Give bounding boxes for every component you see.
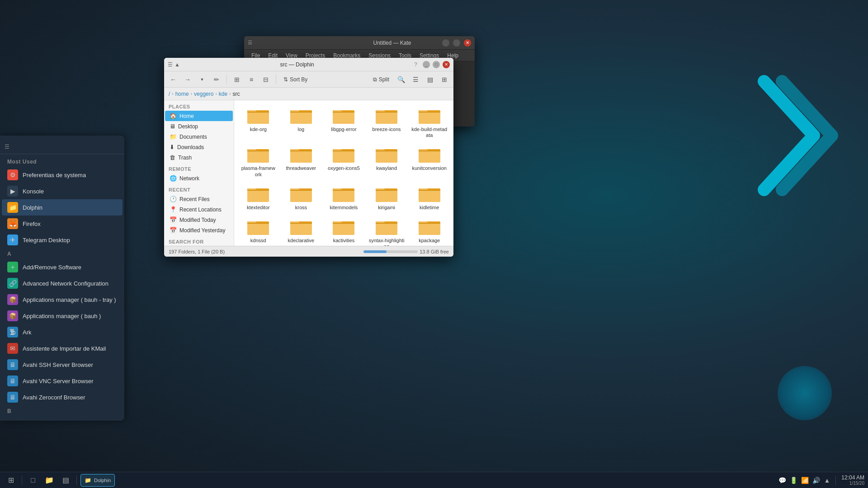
folder-item[interactable]: kitemmodels bbox=[323, 182, 364, 213]
launcher-item-dolphin[interactable]: 📁 Dolphin bbox=[2, 199, 123, 216]
launcher-item-add-remove[interactable]: + Add/Remove Software bbox=[2, 259, 123, 275]
folder-item[interactable]: kdnssd bbox=[238, 215, 279, 246]
breadcrumb-kde[interactable]: kde bbox=[219, 91, 227, 97]
dolphin-help-button[interactable]: ? bbox=[414, 61, 417, 68]
folder-label: kirigami bbox=[378, 205, 395, 211]
folder-item[interactable]: kpackage bbox=[409, 215, 450, 246]
folder-item[interactable]: kunitconversion bbox=[409, 143, 450, 180]
folder-item[interactable]: ktexteditor bbox=[238, 182, 279, 213]
search-button[interactable]: 🔍 bbox=[395, 74, 407, 85]
launcher-item-avahi-zero[interactable]: 🖥 Avahi Zeroconf Browser bbox=[2, 389, 123, 405]
sort-by-button[interactable]: ⇅ Sort By bbox=[280, 74, 311, 85]
launcher-item-konsole[interactable]: ▶ Konsole bbox=[2, 183, 123, 199]
start-button[interactable]: ⊞ bbox=[4, 474, 18, 487]
svg-rect-34 bbox=[376, 151, 397, 163]
file-manager-taskbar-button[interactable]: 📁 bbox=[42, 474, 57, 487]
folder-item[interactable]: kross bbox=[281, 182, 322, 213]
breadcrumb-root[interactable]: / bbox=[169, 91, 170, 97]
app-launcher-panel: ☰ Most Used ⚙ Preferentias de systema ▶ … bbox=[0, 136, 124, 421]
launcher-item-advanced-network[interactable]: 🔗 Advanced Network Configuration bbox=[2, 275, 123, 291]
folder-item[interactable]: libgpg-error bbox=[323, 104, 364, 141]
launcher-item-assistente[interactable]: ✉ Assistente de Importar de KMail bbox=[2, 340, 123, 357]
launcher-label-assistente: Assistente de Importar de KMail bbox=[23, 345, 106, 352]
sidebar-place-network[interactable]: 🌐 Network bbox=[165, 173, 233, 183]
dolphin-maximize-button[interactable]: □ bbox=[433, 61, 440, 68]
folder-item[interactable]: oxygen-icons5 bbox=[323, 143, 364, 180]
folder-item[interactable]: breeze-icons bbox=[366, 104, 407, 141]
sidebar-place-recent-files[interactable]: 🕐 Recent Files bbox=[165, 194, 233, 204]
launcher-menu-icon[interactable]: ☰ bbox=[5, 144, 9, 150]
columns-view-button[interactable]: ⊟ bbox=[259, 74, 272, 85]
sidebar-place-recent-locations[interactable]: 📍 Recent Locations bbox=[165, 204, 233, 215]
launcher-item-preferentias[interactable]: ⚙ Preferentias de systema bbox=[2, 167, 123, 183]
svg-rect-58 bbox=[419, 190, 440, 202]
launcher-item-bauh-tray[interactable]: 📦 Applications manager ( bauh - tray ) bbox=[2, 291, 123, 308]
sidebar-place-desktop[interactable]: 🖥 Desktop bbox=[165, 121, 233, 131]
launcher-item-ark[interactable]: 🗜 Ark bbox=[2, 324, 123, 340]
breadcrumb-home[interactable]: home bbox=[175, 91, 189, 97]
launcher-item-avahi-vnc[interactable]: 🖥 Avahi VNC Server Browser bbox=[2, 373, 123, 389]
virtual-desktop-button[interactable]: □ bbox=[26, 474, 40, 487]
more-options-button[interactable]: ☰ bbox=[409, 74, 422, 85]
folder-icon bbox=[290, 145, 312, 164]
folder-item[interactable]: threadweaver bbox=[281, 143, 322, 180]
folder-item[interactable]: kwayland bbox=[366, 143, 407, 180]
sidebar-place-modified-yesterday[interactable]: 📅 Modified Yesterday bbox=[165, 225, 233, 235]
folder-item[interactable]: kactivities bbox=[323, 215, 364, 246]
breadcrumb-veggero[interactable]: veggero bbox=[194, 91, 213, 97]
edit-location-button[interactable]: ✏ bbox=[210, 74, 223, 85]
launcher-item-firefox[interactable]: 🦊 Firefox bbox=[2, 216, 123, 232]
folder-item[interactable]: kirigami bbox=[366, 182, 407, 213]
tray-battery-icon[interactable]: 🔋 bbox=[790, 477, 797, 484]
dolphin-statusbar: 197 Folders, 1 File (20 B) 13.8 GiB free bbox=[164, 246, 453, 257]
tray-wifi-icon[interactable]: 📶 bbox=[801, 477, 809, 484]
forward-dropdown-button[interactable]: ▼ bbox=[196, 74, 208, 85]
kate-minimize-button[interactable]: _ bbox=[442, 39, 449, 47]
sidebar-place-downloads[interactable]: ⬇ Downloads bbox=[165, 142, 233, 152]
folder-item[interactable]: kidletime bbox=[409, 182, 450, 213]
back-button[interactable]: ← bbox=[167, 74, 179, 85]
tray-notification-icon[interactable]: 💬 bbox=[778, 477, 786, 484]
dolphin-icon: 📁 bbox=[7, 202, 18, 213]
launcher-label-telegram: Telegram Desktop bbox=[23, 237, 70, 244]
tray-volume-icon[interactable]: 🔊 bbox=[812, 477, 820, 484]
folder-item[interactable]: kde-build-metadata bbox=[409, 104, 450, 141]
split-view-button[interactable]: ⊞ bbox=[438, 74, 451, 85]
icons-view-button[interactable]: ⊞ bbox=[231, 74, 243, 85]
sidebar-place-home[interactable]: 🏠 Home bbox=[165, 111, 233, 121]
launcher-label-firefox: Firefox bbox=[23, 221, 41, 227]
remote-section-label: Remote bbox=[164, 163, 234, 173]
split-button[interactable]: ⧉ Split bbox=[369, 74, 393, 85]
launcher-label-konsole: Konsole bbox=[23, 188, 44, 195]
list-view-button[interactable]: ≡ bbox=[245, 74, 258, 85]
svg-rect-2 bbox=[247, 112, 269, 124]
launcher-item-bauh[interactable]: 📦 Applications manager ( bauh ) bbox=[2, 308, 123, 324]
svg-rect-26 bbox=[290, 151, 312, 163]
sidebar-place-documents[interactable]: 📁 Documents bbox=[165, 131, 233, 142]
dolphin-taskbar-app[interactable]: 📁 Dolphin bbox=[80, 474, 115, 487]
kate-maximize-button[interactable]: □ bbox=[453, 39, 460, 47]
svg-rect-71 bbox=[333, 223, 354, 224]
dolphin-minimize-button[interactable]: _ bbox=[423, 61, 430, 68]
dolphin-titlebar: ☰ ▲ src — Dolphin ? _ □ ✕ bbox=[164, 58, 453, 71]
launcher-item-telegram[interactable]: ✈ Telegram Desktop bbox=[2, 232, 123, 248]
kate-close-button[interactable]: ✕ bbox=[464, 39, 471, 47]
sidebar-place-modified-today[interactable]: 📅 Modified Today bbox=[165, 215, 233, 225]
svg-rect-55 bbox=[376, 190, 397, 191]
folder-item[interactable]: kdeclarative bbox=[281, 215, 322, 246]
folder-item[interactable]: syntax-highlighting bbox=[366, 215, 407, 246]
forward-button[interactable]: → bbox=[181, 74, 194, 85]
folder-item[interactable]: kde-org bbox=[238, 104, 279, 141]
launcher-item-avahi-ssh[interactable]: 🖥 Avahi SSH Server Browser bbox=[2, 357, 123, 373]
folder-item[interactable]: plasma-framework bbox=[238, 143, 279, 180]
folder-item[interactable]: log bbox=[281, 104, 322, 141]
svg-rect-51 bbox=[333, 190, 354, 191]
dolphin-close-button[interactable]: ✕ bbox=[443, 61, 450, 68]
modified-today-icon: 📅 bbox=[170, 216, 177, 223]
terminal-button[interactable]: ▤ bbox=[424, 74, 436, 85]
terminal-taskbar-button[interactable]: ▤ bbox=[58, 474, 73, 487]
tray-up-arrow[interactable]: ▲ bbox=[824, 477, 830, 484]
svg-rect-79 bbox=[419, 223, 440, 224]
folder-label: libgpg-error bbox=[331, 127, 356, 132]
sidebar-place-trash[interactable]: 🗑 Trash bbox=[165, 152, 233, 163]
